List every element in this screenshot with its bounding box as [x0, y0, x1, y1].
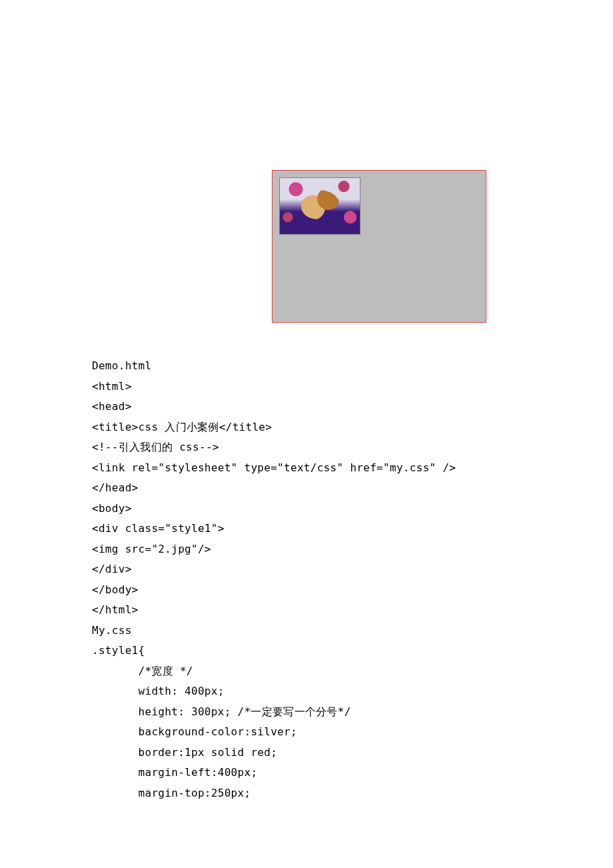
demo-filename: Demo.html	[92, 359, 151, 372]
code-line: </body>	[92, 583, 139, 596]
css-line: margin-left:400px;	[92, 766, 257, 779]
document-page: Demo.html <html> <head> <title>css 入门小案例…	[0, 170, 613, 868]
code-line: <body>	[92, 502, 132, 515]
code-line: <div class="style1">	[92, 522, 225, 535]
css-line: height: 300px; /*一定要写一个分号*/	[92, 705, 351, 718]
code-line: <!--引入我们的 css-->	[92, 441, 219, 453]
code-line: <link rel="stylesheet" type="text/css" h…	[92, 461, 456, 474]
css-filename: My.css	[92, 624, 132, 637]
css-line: /*宽度 */	[92, 665, 193, 677]
code-line: <head>	[92, 400, 132, 413]
css-line: margin-top:250px;	[92, 787, 251, 799]
code-line: <title>css 入门小案例</title>	[92, 421, 272, 433]
css-line: border:1px solid red;	[92, 746, 277, 759]
code-line: <html>	[92, 380, 132, 393]
preview-image	[279, 177, 360, 235]
preview-box	[272, 170, 486, 323]
code-line: </html>	[92, 603, 139, 616]
code-listing: Demo.html <html> <head> <title>css 入门小案例…	[92, 356, 525, 803]
code-line: </head>	[92, 481, 139, 494]
css-line: background-color:silver;	[92, 725, 297, 738]
code-line: </div>	[92, 563, 132, 575]
css-line: .style1{	[92, 644, 145, 657]
code-line: <img src="2.jpg"/>	[92, 543, 211, 555]
css-line: width: 400px;	[92, 685, 225, 697]
